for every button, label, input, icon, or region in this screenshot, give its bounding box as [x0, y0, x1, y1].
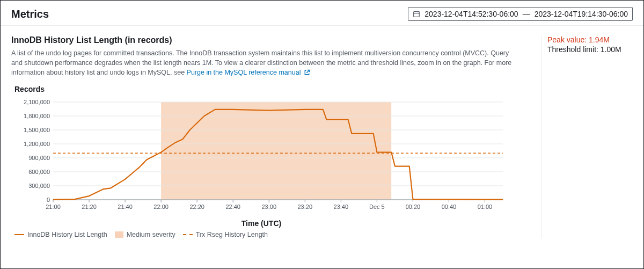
legend-label-severity: Medium severity	[127, 231, 175, 238]
svg-text:22:20: 22:20	[189, 203, 204, 210]
time-range-separator: —	[523, 10, 530, 18]
threshold-limit: Threshold limit: 1.00M	[547, 45, 633, 54]
chart-description-link[interactable]: Purge in the MySQL reference manual	[187, 69, 310, 76]
legend-label-series: InnoDB History List Length	[27, 231, 107, 238]
svg-text:1,800,000: 1,800,000	[24, 113, 50, 119]
chart-legend: InnoDB History List Length Medium severi…	[14, 231, 531, 238]
legend-swatch-area	[115, 231, 123, 238]
svg-text:00:40: 00:40	[442, 203, 457, 210]
svg-text:00:20: 00:20	[406, 203, 421, 210]
peak-value: Peak value: 1.94M	[547, 35, 633, 44]
chart-area[interactable]: 0300,000600,000900,0001,200,0001,500,000…	[14, 98, 508, 218]
svg-text:Dec 5: Dec 5	[369, 203, 385, 210]
svg-text:22:40: 22:40	[225, 203, 240, 210]
page-title: Metrics	[11, 8, 49, 20]
x-axis-label: Time (UTC)	[14, 219, 508, 228]
time-range-to: 2023-12-04T19:14:30-06:00	[535, 10, 628, 18]
y-axis-label: Records	[14, 85, 531, 93]
svg-text:600,000: 600,000	[28, 169, 50, 175]
svg-text:900,000: 900,000	[28, 155, 50, 161]
svg-rect-0	[414, 12, 420, 17]
svg-text:23:20: 23:20	[298, 203, 313, 210]
content-row: InnoDB History List Length (in records) …	[1, 26, 643, 244]
svg-text:21:20: 21:20	[82, 203, 97, 210]
svg-text:1,500,000: 1,500,000	[24, 127, 50, 133]
chart-column: InnoDB History List Length (in records) …	[11, 35, 531, 238]
svg-text:23:40: 23:40	[334, 203, 349, 210]
legend-item-severity: Medium severity	[115, 231, 175, 238]
svg-text:23:00: 23:00	[261, 203, 276, 210]
chart-svg: 0300,000600,000900,0001,200,0001,500,000…	[14, 98, 508, 216]
legend-swatch-dashed	[183, 234, 193, 235]
svg-text:01:00: 01:00	[478, 203, 493, 210]
svg-text:22:00: 22:00	[153, 203, 169, 210]
legend-label-threshold: Trx Rseg History Length	[196, 231, 268, 238]
svg-text:1,200,000: 1,200,000	[24, 141, 50, 147]
svg-rect-4	[161, 102, 391, 200]
metrics-panel: Metrics 2023-12-04T14:52:30-06:00 — 2023…	[0, 0, 644, 269]
svg-text:21:00: 21:00	[46, 203, 61, 210]
chart-title: InnoDB History List Length (in records)	[11, 35, 531, 45]
external-link-icon	[304, 69, 310, 78]
time-range-picker[interactable]: 2023-12-04T14:52:30-06:00 — 2023-12-04T1…	[408, 7, 633, 21]
legend-item-series: InnoDB History List Length	[14, 231, 107, 238]
legend-swatch-line	[14, 234, 24, 235]
summary-column: Peak value: 1.94M Threshold limit: 1.00M	[541, 35, 633, 238]
svg-text:2,100,000: 2,100,000	[24, 99, 50, 105]
calendar-icon	[413, 10, 420, 18]
svg-text:21:40: 21:40	[118, 203, 133, 210]
svg-text:300,000: 300,000	[28, 183, 50, 189]
svg-text:0: 0	[47, 197, 50, 203]
header: Metrics 2023-12-04T14:52:30-06:00 — 2023…	[1, 1, 643, 26]
chart-description: A list of the undo log pages for committ…	[11, 48, 521, 78]
time-range-from: 2023-12-04T14:52:30-06:00	[425, 10, 518, 18]
legend-item-threshold: Trx Rseg History Length	[183, 231, 268, 238]
